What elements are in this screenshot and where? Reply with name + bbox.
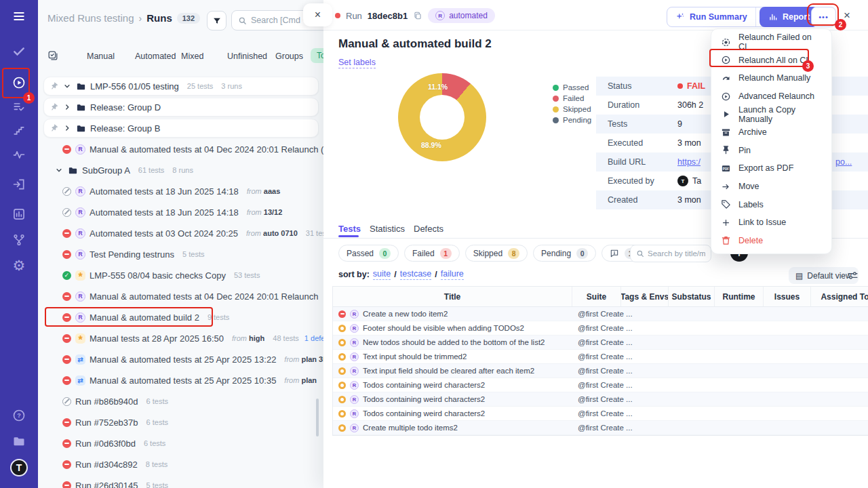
col-substatus[interactable]: Substatus — [669, 287, 715, 306]
run-list-item[interactable]: Automated tests at 18 Jun 2025 14:18 fro… — [43, 182, 323, 201]
tab-tests[interactable]: Tests — [338, 224, 361, 234]
chevron-right-icon[interactable] — [62, 102, 72, 112]
group-row[interactable]: Release: Group D — [43, 98, 319, 117]
pulse-icon[interactable] — [0, 144, 38, 165]
hamburger-menu-icon[interactable] — [0, 5, 38, 27]
tab-manual[interactable]: Manual — [87, 52, 115, 61]
tab-automated[interactable]: Automated — [135, 52, 176, 61]
tab-mixed[interactable]: Mixed — [181, 52, 203, 61]
build-url-link[interactable]: https:/ — [677, 157, 701, 167]
group-row[interactable]: Release: Group B — [43, 119, 319, 138]
report-button[interactable]: Report — [760, 7, 818, 27]
field-label: Build URL — [596, 157, 677, 167]
menu-item-link-to-issue[interactable]: Link to Issue — [711, 214, 831, 232]
group-row[interactable]: SubGroup A 61 tests 8 runs — [43, 161, 319, 180]
run-list-item[interactable]: Automated tests at 18 Jun 2025 14:18 fro… — [43, 203, 323, 222]
menu-item-archive[interactable]: Archive — [711, 123, 831, 142]
table-row[interactable]: RTodos containing weird characters2 @fir… — [333, 407, 868, 421]
branch-icon[interactable] — [0, 229, 38, 251]
col-suite[interactable]: Suite — [572, 287, 621, 306]
menu-item-export-pdf[interactable]: PDFExport as PDF — [711, 159, 831, 178]
menu-item-pin[interactable]: Pin — [711, 142, 831, 160]
settings-gear-icon[interactable]: ⚙ — [0, 254, 38, 276]
menu-item-relaunch-manually[interactable]: Relaunch Manually — [711, 69, 831, 87]
projects-folder-icon[interactable] — [0, 430, 38, 452]
copy-icon[interactable] — [413, 11, 422, 20]
run-list-item[interactable]: Manual tests at 28 Apr 2025 16:50 from h… — [43, 329, 323, 348]
menu-item-advanced-relaunch[interactable]: Advanced Relaunch — [711, 87, 831, 106]
menu-item-delete[interactable]: Delete — [711, 232, 831, 250]
sort-by-testcase-link[interactable]: testcase — [400, 269, 432, 280]
run-list-item[interactable]: Manual & automated tests at 25 Apr 2025 … — [43, 350, 323, 369]
user-avatar[interactable]: T — [10, 459, 28, 476]
menu-item-labels[interactable]: Labels — [711, 195, 831, 214]
menu-item-relaunch-failed-ci[interactable]: Relaunch Failed on CI — [711, 33, 831, 52]
table-row[interactable]: RText input should be trimmed2 @first Cr… — [333, 350, 868, 364]
run-list-item-selected[interactable]: Manual & automated build 2 9 tests — [43, 308, 323, 327]
run-list-item[interactable]: Run #d304c892 8 tests — [43, 455, 323, 474]
sort-by-suite-link[interactable]: suite — [373, 269, 391, 280]
chip-passed[interactable]: Passed0 — [338, 245, 399, 262]
run-list-item[interactable]: Run #752eb37b 6 tests — [43, 413, 323, 432]
col-assigned-to[interactable]: Assigned To — [811, 287, 868, 306]
run-list-item[interactable]: LMP-555 08/04 basic checks Copy 53 tests — [43, 266, 323, 285]
run-list-item[interactable]: Run #b86b940d 6 tests — [43, 392, 323, 411]
table-row[interactable]: RTodos containing weird characters2 @fir… — [333, 392, 868, 407]
runs-play-circle-icon[interactable] — [0, 72, 38, 94]
run-list-item[interactable]: Manual & automated tests at 04 Dec 2024 … — [43, 287, 323, 306]
failed-status-icon — [62, 229, 71, 238]
select-all-icon[interactable] — [47, 50, 58, 61]
table-row[interactable]: RCreate multiple todo items2 @first Crea… — [333, 421, 868, 435]
panel-close-button[interactable]: × — [303, 3, 332, 26]
menu-item-move[interactable]: Move — [711, 178, 831, 196]
run-summary-action[interactable]: Run Summary — [667, 12, 755, 22]
steps-icon[interactable] — [0, 119, 38, 141]
help-icon[interactable]: ? — [0, 405, 38, 426]
chevron-down-icon[interactable] — [54, 165, 64, 175]
chevron-down-icon[interactable] — [62, 81, 72, 91]
tab-groups[interactable]: Groups — [275, 52, 303, 61]
tab-unfinished[interactable]: Unfinished — [227, 52, 267, 61]
from-label: from — [247, 187, 262, 195]
col-title[interactable]: Title — [333, 287, 572, 306]
chevron-right-icon[interactable] — [62, 123, 72, 133]
breadcrumb-project[interactable]: Mixed Runs testing — [47, 12, 134, 24]
run-list-item[interactable]: Manual & automated tests at 04 Dec 2024 … — [43, 140, 323, 159]
import-icon[interactable] — [0, 174, 38, 195]
defects-link[interactable]: 1 defects — [304, 334, 323, 342]
analytics-chart-icon[interactable] — [0, 203, 38, 225]
table-row[interactable]: RFooter should be visible when adding TO… — [333, 321, 868, 336]
table-row[interactable]: RCreate a new todo item2 @first Create .… — [333, 307, 868, 321]
view-settings-icon[interactable] — [847, 270, 859, 281]
table-row[interactable]: RNew todos should be added to the bottom… — [333, 336, 868, 350]
run-list-item[interactable]: Test Pending testruns 5 tests — [43, 245, 323, 264]
field-label: Executed by — [596, 176, 677, 186]
sort-by-failure-link[interactable]: failure — [441, 269, 464, 280]
run-list-item[interactable]: Run #26d30145 5 tests — [43, 476, 323, 488]
tests-search-input[interactable] — [648, 249, 705, 258]
scrollbar-thumb[interactable] — [316, 399, 319, 436]
col-tags-envs[interactable]: Tags & Envs — [621, 287, 669, 306]
filter-button[interactable] — [207, 11, 226, 30]
tab-statistics[interactable]: Statistics — [370, 224, 405, 234]
run-list-item[interactable]: Automated tests at 03 Oct 2024 20:25 fro… — [43, 224, 323, 243]
menu-item-launch-copy[interactable]: Launch a Copy Manually — [711, 105, 831, 123]
tab-defects[interactable]: Defects — [414, 224, 443, 234]
run-list-item[interactable]: Run #0d63f0bd 6 tests — [43, 434, 323, 453]
tab-today-badge[interactable]: To — [311, 48, 323, 63]
run-tests-count: 9 tests — [208, 313, 229, 321]
run-list-item[interactable]: Manual & automated tests at 25 Apr 2025 … — [43, 371, 323, 390]
col-issues[interactable]: Issues — [764, 287, 811, 306]
sort-label: sort by: — [338, 270, 370, 279]
build-url-link-end[interactable]: po... — [835, 157, 852, 167]
table-row[interactable]: RTodos containing weird characters2 @fir… — [333, 378, 868, 392]
col-runtime[interactable]: Runtime — [715, 287, 764, 306]
chip-pending[interactable]: Pending0 — [533, 245, 596, 262]
set-labels-link[interactable]: Set labels — [338, 58, 376, 68]
more-actions-button[interactable]: ••• — [811, 7, 836, 27]
chip-failed[interactable]: Failed1 — [404, 245, 460, 262]
tests-check-icon[interactable] — [0, 41, 38, 62]
table-row[interactable]: RText input field should be cleared afte… — [333, 364, 868, 378]
group-row[interactable]: LMP-556 01/05 testing 25 tests 3 runs — [43, 77, 319, 96]
chip-skipped[interactable]: Skipped8 — [465, 245, 528, 262]
